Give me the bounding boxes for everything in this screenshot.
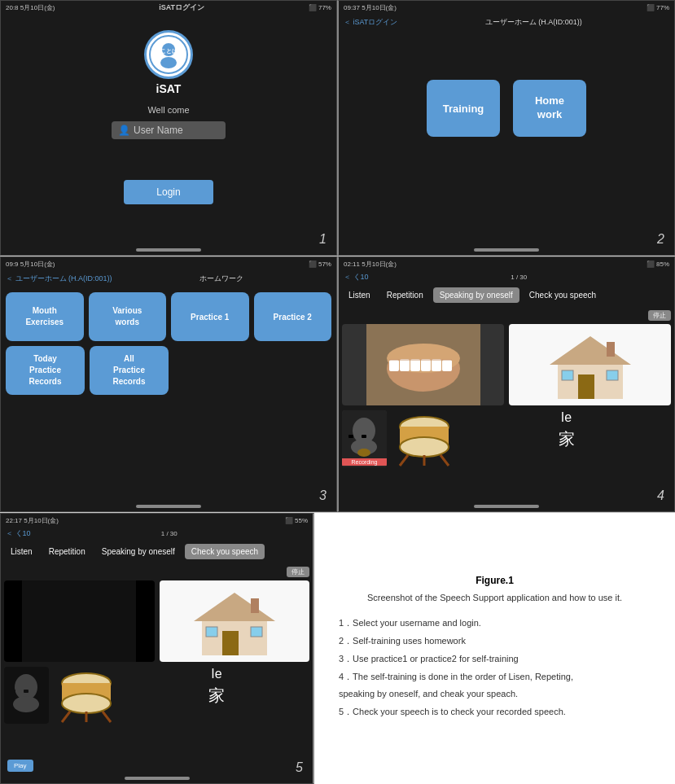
tabs-row-5: Listen Repetition Speaking by oneself Ch… — [4, 544, 309, 559]
page-indicator-5: 1 / 30 — [161, 530, 178, 537]
status-bar-3: 09:9 5月10日(金) ⬛ 57% — [1, 257, 336, 270]
home-indicator-4 — [474, 505, 539, 508]
screen-5: 22:17 5月10日(金) ⬛ 55% ＜ く10 1 / 30 Listen… — [0, 513, 314, 784]
svg-line-32 — [400, 455, 408, 466]
kanji-area-4: Ie 家 — [462, 410, 671, 450]
homework-grid-bottom: Today Practice Records All Practice Reco… — [6, 346, 169, 395]
status-bar-5: 22:17 5月10日(金) ⬛ 55% — [1, 514, 313, 527]
practice1-button[interactable]: Practice 1 — [171, 292, 249, 341]
back-arrow-5[interactable]: ＜ く10 — [6, 528, 31, 539]
home-indicator-5 — [125, 777, 190, 780]
screen-2: 09:37 5月10日(金) ⬛ 77% ＜ iSATログイン ユーザーホーム … — [337, 0, 675, 256]
svg-rect-19 — [607, 370, 618, 380]
drum-placeholder-4 — [392, 410, 457, 467]
bottom-practice-row-5: Ie 家 — [4, 667, 309, 724]
status-bar-1: 20:8 5月10日(金) iSATログイン ⬛ 77% — [1, 1, 336, 14]
video-playback-box-5 — [4, 580, 155, 662]
stop-button-5[interactable]: 停止 — [287, 567, 309, 577]
nav-bar-2: ＜ iSATログイン ユーザーホーム (H.A(ID:001)) — [339, 14, 674, 31]
status-bar-4: 02:11 5月10日(金) ⬛ 85% — [339, 257, 674, 270]
back-arrow-3[interactable]: ＜ ユーザーホーム (H.A(ID:001)) — [6, 274, 112, 284]
status-bar-2: 09:37 5月10日(金) ⬛ 77% — [339, 1, 674, 14]
figure-item-1: 1．Select your username and login. — [339, 615, 651, 632]
tabs-row-4: Listen Repetition Speaking by oneself Ch… — [342, 287, 671, 303]
practice2-button[interactable]: Practice 2 — [254, 292, 332, 341]
figure-subtitle: Screenshot of the Speech Support applica… — [339, 593, 651, 602]
practice-images-grid-5 — [4, 580, 309, 662]
app-name-label: iSAT — [156, 82, 182, 95]
drum-image-4 — [392, 410, 457, 467]
figure-title: Figure.1 — [339, 575, 651, 586]
nav-title-3: ホームワーク — [199, 272, 243, 286]
login-button[interactable]: Login — [124, 180, 213, 204]
svg-line-55 — [103, 712, 111, 722]
practice-screen-content: Listen Repetition Speaking by oneself Ch… — [339, 284, 674, 471]
svg-rect-40 — [206, 627, 217, 637]
tab-listen-5[interactable]: Listen — [4, 544, 39, 559]
back-arrow-4[interactable]: ＜ く10 — [344, 272, 369, 283]
tab-check-4[interactable]: Check you speech — [523, 287, 603, 303]
svg-rect-10 — [421, 359, 431, 371]
mouth-image — [366, 324, 480, 405]
screen-1: 20:8 5月10日(金) iSATログイン ⬛ 77% ことば iSAT We… — [0, 0, 337, 256]
drum-placeholder-5 — [54, 667, 119, 724]
kanji-area-5: Ie 家 — [124, 667, 309, 707]
svg-rect-17 — [578, 374, 594, 399]
figure-area: Figure.1 Screenshot of the Speech Suppor… — [314, 513, 675, 784]
tab-check-5[interactable]: Check you speech — [185, 544, 265, 559]
screen-number-2: 2 — [657, 232, 664, 247]
kanji-text-5: 家 — [208, 685, 225, 707]
username-input-row[interactable]: 👤 User Name — [112, 121, 226, 139]
svg-rect-8 — [400, 359, 410, 371]
svg-rect-12 — [442, 360, 452, 371]
figure-item-3: 3．Use practice1 or practice2 for self-tr… — [339, 651, 651, 668]
screen-3: 09:9 5月10日(金) ⬛ 57% ＜ ユーザーホーム (H.A(ID:00… — [0, 256, 337, 512]
svg-rect-35 — [22, 580, 136, 662]
svg-rect-39 — [222, 631, 239, 655]
today-practice-records-button[interactable]: Today Practice Records — [6, 346, 85, 395]
svg-point-2 — [160, 57, 177, 68]
tab-repetition-4[interactable]: Repetition — [380, 287, 430, 303]
house-image-4 — [533, 324, 647, 405]
isat-logo: ことば — [144, 30, 193, 79]
homework-button[interactable]: Home work — [513, 80, 586, 137]
stop-button-4[interactable]: 停止 — [648, 310, 671, 321]
mouth-exercises-button[interactable]: Mouth Exercises — [6, 292, 84, 341]
figure-item-4b: speaking by oneself, and cheak your spea… — [339, 686, 651, 703]
figure-item-4: 4．The self-training is done in the order… — [339, 669, 651, 685]
various-words-button[interactable]: Various words — [89, 292, 167, 341]
svg-rect-20 — [607, 342, 615, 357]
face-video-box-4: Recording — [342, 410, 387, 467]
back-arrow-2[interactable]: ＜ iSATログイン — [344, 17, 397, 28]
nav-bar-3: ＜ ユーザーホーム (H.A(ID:001)) ホームワーク — [1, 270, 336, 287]
video-playback-5 — [22, 580, 136, 662]
tab-speaking-4[interactable]: Speaking by oneself — [433, 287, 519, 303]
username-placeholder: User Name — [134, 125, 183, 136]
house-image-5 — [178, 580, 291, 662]
nav-title-2: ユーザーホーム (H.A(ID:001)) — [485, 15, 582, 29]
nav-bar-4: ＜ く10 1 / 30 — [339, 270, 674, 284]
tab-repetition-5[interactable]: Repetition — [42, 544, 92, 559]
homework-grid-top: Mouth Exercises Various words Practice 1… — [6, 292, 331, 341]
play-button-5[interactable]: Play — [7, 760, 33, 772]
home-screen-content: Training Home work — [339, 31, 674, 137]
home-indicator-1 — [136, 248, 201, 252]
logo-icon: ことば — [149, 35, 188, 74]
figure-item-5: 5．Check your speech is to check your rec… — [339, 704, 651, 720]
kanji-text-4: 家 — [559, 428, 575, 450]
screen-number-1: 1 — [319, 232, 327, 247]
home-buttons-row: Training Home work — [427, 80, 586, 137]
face-video-box-5 — [4, 667, 49, 724]
svg-rect-18 — [562, 370, 573, 380]
svg-point-26 — [357, 449, 370, 457]
tab-listen-4[interactable]: Listen — [342, 287, 377, 303]
all-practice-records-button[interactable]: All Practice Records — [90, 346, 169, 395]
screen-number-5: 5 — [296, 760, 303, 775]
mouth-image-box-4 — [342, 324, 504, 405]
tab-speaking-5[interactable]: Speaking by oneself — [95, 544, 182, 559]
figure-item-2: 2．Self-training uses homework — [339, 633, 651, 650]
svg-rect-24 — [362, 435, 366, 438]
svg-rect-45 — [11, 690, 15, 693]
training-button[interactable]: Training — [427, 80, 500, 137]
screen-number-4: 4 — [657, 488, 664, 503]
